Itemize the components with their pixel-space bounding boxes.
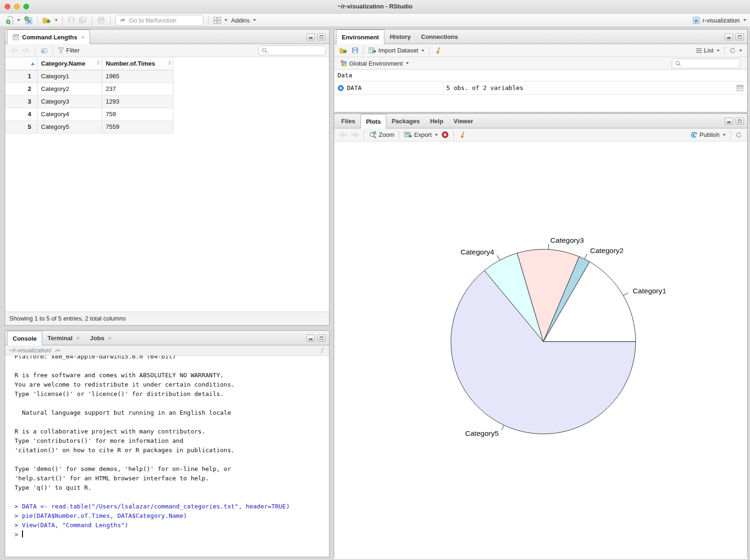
- tab-console[interactable]: Console: [7, 331, 42, 345]
- tab-history[interactable]: History: [384, 30, 416, 44]
- tab-label: Help: [430, 118, 443, 125]
- viewer-search-input[interactable]: [270, 47, 322, 54]
- window-title: ~/r-visualization - RStudio: [0, 0, 750, 13]
- environment-search-input[interactable]: [683, 60, 736, 67]
- tab-environment[interactable]: Environment: [336, 30, 384, 44]
- table-row[interactable]: 1Category11965: [5, 70, 173, 82]
- expand-object-icon[interactable]: [338, 85, 344, 91]
- r-project-icon: R: [692, 16, 700, 24]
- export-plot-button[interactable]: Export: [402, 130, 440, 139]
- minimize-pane-button[interactable]: [307, 335, 315, 342]
- environment-scope-selector[interactable]: Global Environment: [338, 59, 411, 68]
- tab-packages[interactable]: Packages: [386, 114, 425, 128]
- list-view-button[interactable]: List: [694, 46, 721, 55]
- console-prompt-line: >: [15, 530, 329, 539]
- tab-connections[interactable]: Connections: [416, 30, 463, 44]
- tab-viewer[interactable]: Viewer: [449, 114, 479, 128]
- working-directory-label: ~/r-visualization/: [9, 347, 52, 354]
- save-button[interactable]: [66, 15, 77, 25]
- maximize-pane-button[interactable]: [735, 33, 744, 40]
- print-button[interactable]: [95, 15, 107, 25]
- row-number: 5: [5, 120, 37, 133]
- filter-funnel-icon: [58, 47, 64, 53]
- minimize-pane-button[interactable]: [725, 118, 733, 125]
- goto-directory-icon[interactable]: [54, 348, 61, 353]
- refresh-environment-button[interactable]: [728, 46, 744, 55]
- pie-label: Category5: [465, 429, 499, 437]
- table-row[interactable]: 2Category2237: [5, 82, 173, 95]
- publish-plot-button[interactable]: Publish: [688, 130, 728, 139]
- column-header-category-name[interactable]: Category.Name: [37, 57, 102, 70]
- previous-plot-button[interactable]: [338, 131, 349, 139]
- table-row[interactable]: 5Category57559: [5, 120, 173, 133]
- main-toolbar: R Addins: [0, 14, 750, 27]
- maximize-pane-button[interactable]: [317, 33, 326, 40]
- save-all-button[interactable]: [77, 15, 89, 25]
- nav-back-button[interactable]: [8, 46, 20, 54]
- tab-close-icon[interactable]: ×: [108, 335, 112, 342]
- console-cursor[interactable]: [22, 530, 23, 538]
- table-cell: Category2: [37, 82, 102, 95]
- addins-button[interactable]: Addins: [229, 16, 258, 25]
- table-header-row: Category.Name Number.of.Times: [5, 57, 173, 70]
- tab-command-lengths[interactable]: Command Lengths ×: [7, 30, 90, 44]
- clear-environment-button[interactable]: [432, 46, 443, 55]
- plots-pane: Files Plots Packages Help Viewer Zoom: [334, 113, 748, 557]
- tab-files[interactable]: Files: [336, 114, 360, 128]
- project-selector[interactable]: R r-visualization: [692, 16, 746, 24]
- tab-close-icon[interactable]: ×: [76, 335, 80, 342]
- goto-file-searchbox[interactable]: [115, 15, 203, 26]
- table-cell: Category3: [37, 95, 102, 108]
- pie-label-tick: [623, 293, 628, 296]
- rownum-header[interactable]: [5, 57, 37, 70]
- tab-help[interactable]: Help: [425, 114, 448, 128]
- tab-plots[interactable]: Plots: [360, 114, 387, 128]
- environment-object-row[interactable]: DATA 5 obs. of 2 variables: [334, 82, 747, 95]
- new-file-button[interactable]: [4, 15, 22, 25]
- import-dataset-button[interactable]: Import Dataset: [367, 46, 426, 55]
- table-row[interactable]: 4Category4759: [5, 108, 173, 120]
- save-workspace-button[interactable]: [350, 46, 360, 55]
- open-file-button[interactable]: [41, 16, 60, 25]
- minimize-pane-button[interactable]: [307, 33, 315, 40]
- console-output-line: Type 'q()' to quit R.: [15, 483, 329, 493]
- view-object-button[interactable]: [736, 85, 743, 91]
- tab-close-icon[interactable]: ×: [81, 34, 85, 41]
- console-pathbar: ~/r-visualization/: [5, 345, 329, 356]
- environment-scope-caret-icon: [406, 62, 409, 64]
- minimize-pane-button[interactable]: [725, 33, 733, 40]
- console-output-line: Natural language support but running in …: [15, 408, 329, 418]
- clear-all-plots-button[interactable]: [457, 130, 468, 140]
- sort-ascending-icon: [31, 62, 35, 65]
- plot-canvas: Category1Category2Category3Category4Cate…: [334, 142, 747, 559]
- environment-searchbox[interactable]: [672, 59, 740, 68]
- popout-window-button[interactable]: [38, 46, 50, 55]
- refresh-plot-button[interactable]: [734, 131, 744, 139]
- remove-plot-button[interactable]: [440, 130, 450, 139]
- clear-console-broom-icon[interactable]: [318, 347, 325, 354]
- zoom-label: Zoom: [379, 131, 394, 138]
- console-output-line: [15, 455, 329, 464]
- filter-button[interactable]: Filter: [56, 46, 82, 55]
- column-header-number-of-times[interactable]: Number.of.Times: [102, 57, 173, 70]
- maximize-pane-button[interactable]: [317, 335, 326, 342]
- goto-file-input[interactable]: [128, 16, 200, 24]
- row-number: 1: [5, 70, 37, 82]
- tab-jobs[interactable]: Jobs ×: [85, 331, 117, 345]
- environment-pane: Environment History Connections Import D…: [334, 29, 748, 112]
- viewer-searchbox[interactable]: [258, 45, 326, 55]
- pane-layout-button[interactable]: [211, 16, 229, 25]
- zoom-plot-button[interactable]: Zoom: [367, 130, 396, 140]
- new-project-button[interactable]: R: [22, 15, 35, 26]
- table-cell: Category1: [37, 70, 102, 82]
- maximize-pane-button[interactable]: [735, 118, 744, 125]
- pie-label-tick: [548, 244, 549, 250]
- console-output[interactable]: Platform: x86_64-apple-darwin15.6.0 (64-…: [5, 356, 329, 557]
- tab-terminal[interactable]: Terminal ×: [42, 331, 85, 345]
- load-workspace-button[interactable]: [338, 46, 350, 55]
- table-row[interactable]: 3Category31293: [5, 95, 173, 108]
- next-plot-button[interactable]: [349, 131, 361, 139]
- filter-label: Filter: [66, 47, 80, 54]
- row-number: 4: [5, 108, 37, 120]
- nav-forward-button[interactable]: [20, 46, 32, 54]
